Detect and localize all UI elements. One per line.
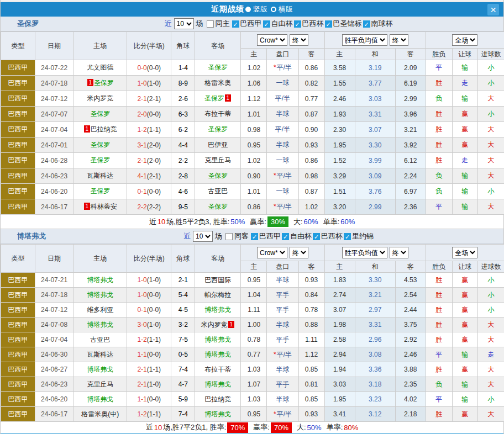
date-cell: 24-06-27 (35, 362, 74, 377)
avg-time-select[interactable]: 终 (390, 247, 408, 258)
home-team-cell: 圣保罗 (74, 137, 127, 153)
odds-home-cell: 1.12 (241, 91, 267, 107)
result-cell: 胜 (426, 273, 452, 288)
league-filter-checkbox[interactable]: ✓自由杯 (282, 231, 312, 241)
over-rate-label: 大: (293, 217, 303, 227)
team-label: 圣保罗 (208, 203, 228, 210)
scope-group-header: 全场 (426, 32, 504, 49)
league-filter-checkbox[interactable]: ✓巴圣锦标 (325, 19, 362, 29)
profit-rate-label: 赢率: (250, 217, 266, 227)
league-cell: 巴西甲 (1, 122, 35, 137)
halftime-score: (0-0) (147, 110, 161, 118)
recent-count-select[interactable]: 10 (193, 231, 213, 242)
away-team-cell: 古亚巴 (195, 184, 241, 199)
league-cell: 巴西甲 (1, 362, 35, 377)
avg-select[interactable]: 胜平负均值 (342, 247, 387, 258)
bookmaker-select[interactable]: Crow* (257, 247, 287, 258)
league-cell: 巴西甲 (1, 199, 35, 215)
handicap-cell: 平手 (267, 303, 298, 317)
odds-away-cell: 0.86 (298, 153, 324, 168)
odds-time-select[interactable]: 终 (290, 247, 308, 258)
away-team-cell: 克里丘马 (195, 153, 241, 168)
home-team-cell: 米内罗竞 (74, 91, 127, 107)
games-label: 场 (215, 231, 222, 241)
team-label: 博塔弗戈 (87, 276, 113, 284)
avg-home-cell: 3.29 (324, 168, 355, 184)
handicap-label: 平手 (276, 380, 289, 388)
handicap-cell: 半球 (267, 362, 298, 377)
league-filter-checkbox[interactable]: ✓南球杯 (363, 19, 393, 29)
handicap-label: 半球 (276, 395, 289, 403)
sub-header: 客 (298, 49, 324, 60)
avg-time-select[interactable]: 终 (390, 34, 408, 46)
match-row: 巴西甲24-07-18博塔弗戈1-0(0-0)5-4帕尔梅拉1.04平手0.84… (1, 288, 504, 303)
avg-home-cell: 2.30 (324, 122, 355, 137)
fulltime-score: 1-2 (137, 336, 146, 343)
home-team-cell: 1科林蒂安 (74, 199, 127, 215)
odds-time-select[interactable]: 终 (290, 34, 308, 46)
avg-away-cell: 2.09 (395, 60, 426, 76)
handicap-cell: 一球 (267, 184, 298, 199)
score-cell: 0-0(0-0) (127, 60, 171, 76)
bookmaker-select[interactable]: Crow* (257, 34, 287, 46)
checkbox-checked-icon: ✓ (325, 20, 332, 28)
team-label: 博塔弗戈 (204, 380, 231, 388)
league-filter-checkbox[interactable]: ✓自由杯 (263, 19, 293, 29)
handicap-result-cell: 输 (452, 199, 477, 215)
team-label: 维多利亚 (87, 306, 113, 314)
sub-header: 主 (241, 49, 267, 60)
league-filter-checkbox[interactable]: ✓里约锦 (344, 231, 374, 241)
goals-result-cell: 大 (477, 137, 504, 153)
radio-selected-icon (245, 7, 251, 12)
date-cell: 24-07-01 (35, 137, 74, 153)
halftime-score: (1-1) (147, 126, 161, 134)
avg-draw-cell: 3.36 (355, 362, 395, 377)
avg-away-cell: 2.99 (395, 91, 426, 107)
avg-home-cell: 1.51 (324, 184, 355, 199)
close-button[interactable]: ✕ (487, 4, 499, 15)
away-team-cell: 布拉干蒂 (195, 107, 241, 122)
sub-header: 让球 (452, 261, 477, 273)
scope-select[interactable]: 全场 (452, 34, 477, 46)
checkbox-checked-icon: ✓ (263, 20, 270, 28)
result-cell: 平 (426, 60, 452, 76)
odds-away-cell: 0.81 (298, 377, 324, 392)
halftime-score: (1-0) (147, 380, 161, 388)
league-filter-checkbox[interactable]: ✓巴西甲 (251, 231, 281, 241)
same-venue-checkbox[interactable]: 同客 (225, 231, 249, 241)
odds-away-cell: 0.85 (298, 392, 324, 407)
score-cell: 2-1(2-1) (127, 91, 171, 107)
scope-select[interactable]: 全场 (452, 247, 477, 258)
league-filter-checkbox[interactable]: ✓巴西杯 (294, 19, 324, 29)
corners-cell: 0-5 (171, 347, 195, 362)
date-cell: 24-06-23 (35, 377, 74, 392)
rank-badge: 1 (87, 79, 93, 86)
corners-cell: 7-4 (171, 362, 195, 377)
avg-select[interactable]: 胜平负均值 (342, 34, 387, 46)
odds-home-cell: 0.90 (241, 168, 267, 184)
date-cell: 24-07-12 (35, 303, 74, 317)
score-cell: 1-1(0-0) (127, 347, 171, 362)
handicap-label: 平手 (276, 336, 289, 343)
handicap-result-cell: 赢 (452, 288, 477, 303)
recent-count-select[interactable]: 10 (174, 18, 194, 29)
same-venue-checkbox[interactable]: 同主 (207, 19, 230, 29)
handicap-result-cell: 赢 (452, 137, 477, 153)
checkbox-unchecked-icon (207, 20, 214, 28)
league-filter-checkbox[interactable]: ✓巴西甲 (232, 19, 262, 29)
odds-home-cell: 1.06 (241, 76, 267, 91)
league-cell: 巴西甲 (1, 60, 35, 76)
corners-cell: 9-5 (171, 199, 195, 215)
score-cell: 2-0(0-0) (127, 107, 171, 122)
halftime-score: (2-0) (147, 157, 161, 165)
league-filter-checkbox[interactable]: ✓巴西杯 (313, 231, 343, 241)
handicap-label: 平/半 (277, 172, 292, 179)
layout-radio-vertical[interactable]: 竖版 (248, 4, 267, 14)
avg-home-cell: 1.95 (324, 392, 355, 407)
layout-radio-horizontal[interactable]: 横版 (271, 4, 293, 14)
date-cell: 24-07-22 (35, 60, 74, 76)
odds-away-cell: 1.12 (298, 347, 324, 362)
home-team-cell: 格雷米奥(中) (74, 407, 127, 422)
score-cell: 1-2(1-1) (127, 407, 171, 422)
recent-results-dialog: 近期战绩 竖版 横版 ✕ 圣保罗 近 10 场 同主 ✓巴西甲✓自由杯✓巴西杯 (0, 0, 504, 434)
